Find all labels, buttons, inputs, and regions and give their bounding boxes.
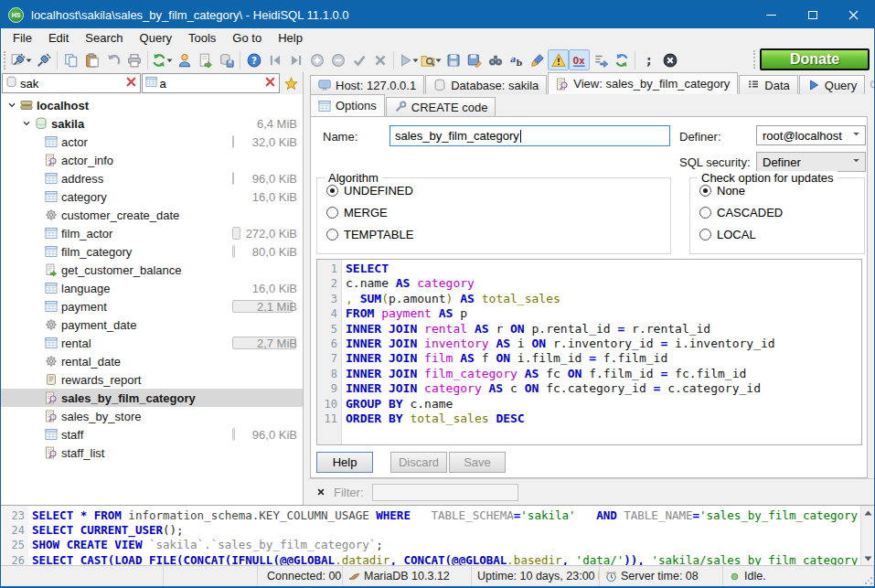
binoculars-icon	[488, 53, 503, 68]
database-filter-input[interactable]	[20, 77, 123, 91]
blob-viewer-button[interactable]: 0x	[569, 49, 590, 70]
save-sql-button[interactable]	[443, 49, 464, 70]
execute-query-button[interactable]	[397, 49, 420, 70]
tab-query[interactable]: Query	[799, 75, 865, 94]
scroll-up-icon[interactable]	[861, 506, 875, 519]
last-record-button[interactable]	[285, 49, 306, 70]
first-record-button[interactable]	[264, 49, 285, 70]
delimiter-button[interactable]: ;	[638, 49, 659, 70]
radio-merge[interactable]: MERGE	[326, 202, 670, 222]
print-button[interactable]	[123, 49, 144, 70]
help-icon-button[interactable]: ?	[243, 49, 264, 70]
tree-item-sakila[interactable]: sakila6,4 MiB	[1, 114, 303, 133]
menu-item-go-to[interactable]: Go to	[224, 29, 270, 47]
menu-item-edit[interactable]: Edit	[40, 29, 77, 47]
clear-database-filter-icon[interactable]	[125, 75, 137, 91]
minimize-button[interactable]	[751, 1, 792, 28]
tree-item-rental_date[interactable]: rental_date	[1, 352, 303, 370]
replace-text-button[interactable]: ab	[506, 49, 527, 70]
tree-item-actor_info[interactable]: actor_info	[1, 151, 303, 169]
maximize-button[interactable]	[792, 1, 833, 28]
tree-item-get_customer_balance[interactable]: get_customer_balance	[1, 261, 303, 279]
session-manager-button[interactable]	[10, 49, 33, 70]
bind-parameters-button[interactable]	[548, 49, 569, 70]
add-record-button[interactable]	[306, 49, 327, 70]
tree-item-rental[interactable]: rental2,7 MiB	[1, 334, 303, 352]
save-button[interactable]: Save	[449, 452, 506, 473]
tree-item-payment_date[interactable]: payment_date	[1, 315, 303, 334]
save-settings-button[interactable]	[216, 49, 237, 70]
radio-cascaded[interactable]: CASCADED	[699, 202, 864, 222]
tab-create-code[interactable]: CREATE code	[386, 97, 496, 116]
log-scrollbar[interactable]	[860, 506, 874, 565]
new-query-tab-button[interactable]	[866, 75, 875, 94]
scroll-down-icon[interactable]	[861, 551, 875, 565]
help-button[interactable]: Help	[316, 452, 373, 473]
chevron-expanded-icon[interactable]	[5, 100, 18, 111]
paste-button[interactable]	[81, 49, 102, 70]
tree-item-payment[interactable]: payment2,1 MiB	[1, 297, 303, 315]
stop-button[interactable]	[659, 49, 680, 70]
tree-item-staff[interactable]: staff96,0 KiB	[1, 425, 303, 444]
refresh2-icon	[614, 53, 629, 68]
tree-item-film_category[interactable]: film_category80,0 KiB	[1, 242, 303, 261]
menu-item-search[interactable]: Search	[77, 29, 131, 47]
save-sql-as-button[interactable]	[464, 49, 485, 70]
radio-local[interactable]: LOCAL	[699, 224, 864, 244]
tree-item-sales_by_store[interactable]: sales_by_store	[1, 407, 303, 425]
reconnect-button[interactable]	[611, 49, 632, 70]
tab-data[interactable]: Data	[739, 75, 797, 94]
menu-item-help[interactable]: Help	[270, 29, 311, 47]
close-filter-icon[interactable]	[316, 484, 325, 500]
clear-table-filter-icon[interactable]	[264, 75, 276, 91]
tree-item-customer_create_date[interactable]: customer_create_date	[1, 206, 303, 224]
radio-temptable[interactable]: TEMPTABLE	[326, 224, 670, 244]
tab-view[interactable]: View: sales_by_film_category	[548, 72, 738, 94]
user-manager-button[interactable]	[174, 49, 195, 70]
cancel-button[interactable]	[369, 49, 390, 70]
undo-button[interactable]	[102, 49, 123, 70]
filter-input[interactable]	[372, 484, 518, 501]
table-icon	[45, 135, 58, 148]
load-sql-button[interactable]	[420, 49, 443, 70]
refresh-button[interactable]	[151, 49, 174, 70]
resize-grip-icon[interactable]	[864, 576, 873, 585]
gear-icon	[45, 355, 58, 368]
table-filter-input[interactable]	[160, 77, 262, 91]
tree-item-localhost[interactable]: localhost	[1, 96, 303, 114]
donate-button[interactable]: Donate	[760, 48, 870, 70]
menu-item-query[interactable]: Query	[132, 29, 180, 47]
view-name-input[interactable]: sales_by_film_category	[389, 125, 670, 146]
tree-item-language[interactable]: language16,0 KiB	[1, 279, 303, 297]
reformat-sql-button[interactable]	[527, 49, 548, 70]
tree-item-category[interactable]: category16,0 KiB	[1, 187, 303, 206]
close-button[interactable]	[833, 1, 874, 28]
chevron-expanded-icon[interactable]	[19, 118, 33, 129]
remove-record-button[interactable]	[327, 49, 348, 70]
view-sql-editor[interactable]: 1234567891011 SELECTc.name AS category, …	[316, 259, 862, 445]
tree-item-actor[interactable]: actor32,0 KiB	[1, 133, 303, 151]
menu-item-tools[interactable]: Tools	[180, 29, 224, 47]
tree-item-sales_by_film_category[interactable]: sales_by_film_category	[1, 389, 303, 407]
copy-button[interactable]	[60, 49, 81, 70]
favorites-filter-button[interactable]	[280, 72, 303, 94]
tree-item-address[interactable]: address96,0 KiB	[1, 169, 303, 187]
export-database-button[interactable]	[195, 49, 216, 70]
tab-host[interactable]: Host: 127.0.0.1	[310, 75, 424, 94]
sql-security-select[interactable]: Definer	[756, 152, 866, 172]
gear-icon	[43, 318, 59, 331]
menu-item-file[interactable]: File	[5, 29, 40, 47]
tree-item-film_actor[interactable]: film_actor272,0 KiB	[1, 224, 303, 242]
find-text-button[interactable]	[485, 49, 506, 70]
tab-database[interactable]: Database: sakila	[425, 75, 547, 94]
tree-item-rewards_report[interactable]: rewards_report	[1, 370, 303, 389]
tab-options[interactable]: Options	[310, 94, 385, 116]
disconnect-button[interactable]	[33, 49, 54, 70]
tree-item-staff_list[interactable]: staff_list	[1, 444, 303, 462]
toolbar-buttons: ?ab0x;	[10, 49, 680, 70]
insert-text-button[interactable]	[590, 49, 611, 70]
apply-button[interactable]	[348, 49, 369, 70]
definer-select[interactable]: root@localhost	[756, 125, 866, 145]
discard-button[interactable]: Discard	[390, 452, 447, 473]
tree-item-label: film_actor	[61, 227, 112, 241]
